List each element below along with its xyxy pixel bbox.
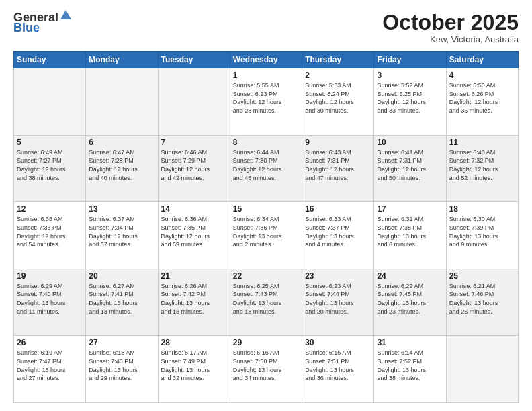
day-info: Sunrise: 6:14 AM Sunset: 7:52 PM Dayligh… [377, 349, 443, 382]
table-row: 13Sunrise: 6:37 AM Sunset: 7:34 PM Dayli… [86, 202, 158, 269]
table-row: 16Sunrise: 6:33 AM Sunset: 7:37 PM Dayli… [302, 202, 374, 269]
day-number: 16 [305, 204, 371, 214]
calendar-week-row: 12Sunrise: 6:38 AM Sunset: 7:33 PM Dayli… [14, 202, 519, 269]
day-number: 12 [17, 204, 83, 214]
calendar-table: Sunday Monday Tuesday Wednesday Thursday… [13, 51, 519, 403]
table-row: 28Sunrise: 6:17 AM Sunset: 7:49 PM Dayli… [158, 336, 230, 403]
table-row: 7Sunrise: 6:46 AM Sunset: 7:29 PM Daylig… [158, 135, 230, 202]
day-info: Sunrise: 5:53 AM Sunset: 6:24 PM Dayligh… [305, 81, 371, 115]
table-row: 2Sunrise: 5:53 AM Sunset: 6:24 PM Daylig… [302, 68, 374, 136]
day-info: Sunrise: 6:37 AM Sunset: 7:34 PM Dayligh… [89, 215, 154, 248]
day-info: Sunrise: 6:22 AM Sunset: 7:45 PM Dayligh… [377, 282, 443, 316]
table-row: 15Sunrise: 6:34 AM Sunset: 7:36 PM Dayli… [230, 202, 302, 269]
logo-blue: Blue [13, 21, 40, 35]
header-row: Sunday Monday Tuesday Wednesday Thursday… [14, 52, 519, 68]
day-info: Sunrise: 6:33 AM Sunset: 7:37 PM Dayligh… [305, 215, 371, 248]
col-monday: Monday [86, 52, 158, 68]
day-number: 22 [233, 271, 299, 281]
day-number: 19 [17, 271, 83, 281]
day-number: 28 [161, 338, 227, 347]
day-info: Sunrise: 6:19 AM Sunset: 7:47 PM Dayligh… [17, 349, 83, 382]
day-number: 23 [305, 271, 371, 281]
table-row: 3Sunrise: 5:52 AM Sunset: 6:25 PM Daylig… [374, 68, 446, 136]
table-row: 26Sunrise: 6:19 AM Sunset: 7:47 PM Dayli… [14, 336, 86, 403]
day-info: Sunrise: 6:17 AM Sunset: 7:49 PM Dayligh… [161, 349, 227, 382]
table-row: 10Sunrise: 6:41 AM Sunset: 7:31 PM Dayli… [374, 135, 446, 202]
day-info: Sunrise: 6:38 AM Sunset: 7:33 PM Dayligh… [17, 215, 83, 248]
day-number: 11 [449, 138, 515, 147]
day-info: Sunrise: 6:27 AM Sunset: 7:41 PM Dayligh… [89, 282, 154, 316]
day-number: 4 [449, 71, 515, 80]
table-row: 5Sunrise: 6:49 AM Sunset: 7:27 PM Daylig… [14, 135, 86, 202]
day-info: Sunrise: 6:30 AM Sunset: 7:39 PM Dayligh… [449, 215, 515, 248]
table-row: 6Sunrise: 6:47 AM Sunset: 7:28 PM Daylig… [86, 135, 158, 202]
day-number: 25 [449, 271, 515, 281]
day-info: Sunrise: 6:40 AM Sunset: 7:32 PM Dayligh… [449, 148, 515, 182]
header: General Blue October 2025 Kew, Victoria,… [13, 11, 519, 44]
day-info: Sunrise: 6:41 AM Sunset: 7:31 PM Dayligh… [377, 148, 443, 182]
location: Kew, Victoria, Australia [382, 34, 519, 44]
col-saturday: Saturday [446, 52, 518, 68]
table-row: 4Sunrise: 5:50 AM Sunset: 6:26 PM Daylig… [446, 68, 518, 136]
page: General Blue October 2025 Kew, Victoria,… [0, 0, 532, 411]
day-info: Sunrise: 6:31 AM Sunset: 7:38 PM Dayligh… [377, 215, 443, 248]
month-title: October 2025 [382, 11, 519, 34]
table-row [446, 336, 518, 403]
table-row: 22Sunrise: 6:25 AM Sunset: 7:43 PM Dayli… [230, 269, 302, 336]
day-info: Sunrise: 6:36 AM Sunset: 7:35 PM Dayligh… [161, 215, 227, 248]
calendar-week-row: 1Sunrise: 5:55 AM Sunset: 6:23 PM Daylig… [14, 68, 519, 136]
day-info: Sunrise: 6:23 AM Sunset: 7:44 PM Dayligh… [305, 282, 371, 316]
table-row: 17Sunrise: 6:31 AM Sunset: 7:38 PM Dayli… [374, 202, 446, 269]
day-number: 17 [377, 204, 443, 214]
day-info: Sunrise: 6:47 AM Sunset: 7:28 PM Dayligh… [89, 148, 154, 182]
table-row: 1Sunrise: 5:55 AM Sunset: 6:23 PM Daylig… [230, 68, 302, 136]
day-number: 1 [233, 71, 299, 80]
day-info: Sunrise: 5:52 AM Sunset: 6:25 PM Dayligh… [377, 81, 443, 115]
day-number: 29 [233, 338, 299, 347]
day-info: Sunrise: 6:26 AM Sunset: 7:42 PM Dayligh… [161, 282, 227, 316]
calendar-week-row: 19Sunrise: 6:29 AM Sunset: 7:40 PM Dayli… [14, 269, 519, 336]
day-number: 26 [17, 338, 83, 347]
day-number: 20 [89, 271, 154, 281]
day-number: 18 [449, 204, 515, 214]
day-number: 2 [305, 71, 371, 80]
table-row: 30Sunrise: 6:15 AM Sunset: 7:51 PM Dayli… [302, 336, 374, 403]
table-row: 19Sunrise: 6:29 AM Sunset: 7:40 PM Dayli… [14, 269, 86, 336]
day-number: 21 [161, 271, 227, 281]
day-number: 15 [233, 204, 299, 214]
day-info: Sunrise: 6:25 AM Sunset: 7:43 PM Dayligh… [233, 282, 299, 316]
table-row: 20Sunrise: 6:27 AM Sunset: 7:41 PM Dayli… [86, 269, 158, 336]
day-number: 13 [89, 204, 154, 214]
day-number: 9 [305, 138, 371, 147]
table-row: 9Sunrise: 6:43 AM Sunset: 7:31 PM Daylig… [302, 135, 374, 202]
day-info: Sunrise: 5:55 AM Sunset: 6:23 PM Dayligh… [233, 81, 299, 115]
table-row: 24Sunrise: 6:22 AM Sunset: 7:45 PM Dayli… [374, 269, 446, 336]
svg-marker-0 [60, 10, 71, 19]
col-thursday: Thursday [302, 52, 374, 68]
day-number: 8 [233, 138, 299, 147]
day-number: 5 [17, 138, 83, 147]
logo-icon [59, 9, 73, 22]
day-number: 7 [161, 138, 227, 147]
col-sunday: Sunday [14, 52, 86, 68]
day-number: 3 [377, 71, 443, 80]
table-row: 14Sunrise: 6:36 AM Sunset: 7:35 PM Dayli… [158, 202, 230, 269]
col-tuesday: Tuesday [158, 52, 230, 68]
col-friday: Friday [374, 52, 446, 68]
table-row: 27Sunrise: 6:18 AM Sunset: 7:48 PM Dayli… [86, 336, 158, 403]
day-info: Sunrise: 6:44 AM Sunset: 7:30 PM Dayligh… [233, 148, 299, 182]
day-info: Sunrise: 6:49 AM Sunset: 7:27 PM Dayligh… [17, 148, 83, 182]
col-wednesday: Wednesday [230, 52, 302, 68]
day-info: Sunrise: 6:29 AM Sunset: 7:40 PM Dayligh… [17, 282, 83, 316]
day-info: Sunrise: 6:18 AM Sunset: 7:48 PM Dayligh… [89, 349, 154, 382]
day-number: 30 [305, 338, 371, 347]
table-row: 25Sunrise: 6:21 AM Sunset: 7:46 PM Dayli… [446, 269, 518, 336]
day-number: 31 [377, 338, 443, 347]
logo: General Blue [13, 11, 73, 35]
table-row: 23Sunrise: 6:23 AM Sunset: 7:44 PM Dayli… [302, 269, 374, 336]
day-info: Sunrise: 6:16 AM Sunset: 7:50 PM Dayligh… [233, 349, 299, 382]
day-info: Sunrise: 6:34 AM Sunset: 7:36 PM Dayligh… [233, 215, 299, 248]
day-info: Sunrise: 6:21 AM Sunset: 7:46 PM Dayligh… [449, 282, 515, 316]
day-info: Sunrise: 6:43 AM Sunset: 7:31 PM Dayligh… [305, 148, 371, 182]
calendar-week-row: 26Sunrise: 6:19 AM Sunset: 7:47 PM Dayli… [14, 336, 519, 403]
